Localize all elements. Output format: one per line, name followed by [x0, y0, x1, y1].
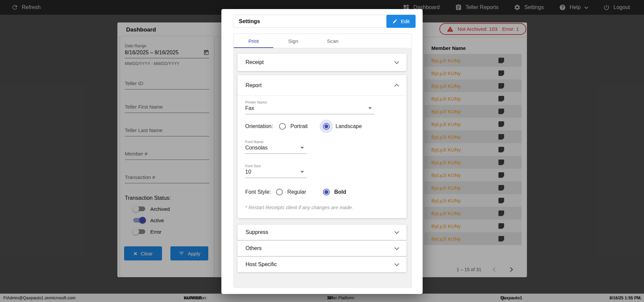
portrait-label: Portrait — [290, 123, 308, 129]
font-size-value: 10 — [245, 169, 251, 175]
edit-button[interactable]: Edit — [386, 15, 416, 28]
settings-dialog: Settings Edit Print Sign Scan Receipt — [221, 9, 423, 294]
chevron-down-icon — [394, 245, 399, 250]
font-style-label: Font Style: — [245, 189, 271, 195]
accordion-list: Receipt Report Printer Name Fax — [234, 48, 412, 272]
chevron-up-icon — [394, 84, 399, 88]
dialog-title: Settings — [233, 18, 260, 24]
dropdown-arrow-icon — [301, 171, 304, 173]
section-others: Others — [237, 241, 407, 256]
printer-name-value: Fax — [245, 105, 254, 111]
dropdown-arrow-icon — [301, 147, 304, 149]
radio-portrait[interactable] — [279, 123, 286, 130]
font-size-label: Font Size — [245, 164, 307, 168]
report-body: Printer Name Fax Orientation: Portrait — [237, 96, 407, 218]
chevron-down-icon — [394, 229, 399, 234]
font-name-select[interactable]: Font Name Consolas — [245, 140, 307, 154]
font-name-label: Font Name — [245, 140, 307, 144]
printer-name-select[interactable]: Printer Name Fax — [245, 100, 374, 114]
receipt-header[interactable]: Receipt — [237, 54, 407, 71]
chevron-down-icon — [394, 261, 399, 266]
tab-print[interactable]: Print — [234, 34, 273, 48]
radio-landscape[interactable] — [323, 123, 330, 130]
orientation-label: Orientation: — [245, 123, 273, 129]
font-size-select[interactable]: Font Size 10 — [245, 164, 307, 178]
font-style-row: Font Style: Regular Bold — [245, 189, 399, 195]
others-label: Others — [246, 245, 262, 251]
receipt-label: Receipt — [246, 59, 264, 65]
regular-label: Regular — [287, 189, 306, 195]
others-header[interactable]: Others — [237, 241, 407, 256]
restart-note: * Restart Receipts client if any changes… — [245, 205, 399, 210]
landscape-label: Landscape — [335, 123, 362, 129]
report-header[interactable]: Report — [237, 75, 407, 96]
edit-label: Edit — [401, 18, 410, 24]
bold-label: Bold — [334, 189, 346, 195]
suppress-label: Suppress — [246, 229, 268, 235]
radio-regular[interactable] — [276, 189, 283, 195]
orientation-row: Orientation: Portrait Landscape — [245, 123, 399, 130]
font-name-value: Consolas — [245, 145, 268, 151]
settings-tab-group: Print Sign Scan Receipt Report — [233, 34, 412, 288]
tab-strip: Print Sign Scan — [234, 34, 412, 48]
radio-bold[interactable] — [323, 189, 330, 195]
section-receipt: Receipt — [237, 54, 407, 71]
app-root: Refresh Dashboard Teller Reports Setting… — [0, 0, 644, 302]
report-label: Report — [246, 82, 262, 88]
section-suppress: Suppress — [237, 225, 407, 240]
tab-sign[interactable]: Sign — [273, 34, 313, 48]
dialog-header: Settings Edit — [233, 15, 416, 28]
chevron-down-icon — [394, 59, 399, 64]
host-specific-label: Host Specific — [246, 261, 277, 267]
section-host-specific: Host Specific — [237, 257, 407, 272]
dropdown-arrow-icon — [368, 107, 372, 109]
printer-name-label: Printer Name — [245, 100, 374, 104]
section-report: Report Printer Name Fax Orientatio — [237, 75, 407, 218]
suppress-header[interactable]: Suppress — [237, 225, 407, 240]
tab-scan[interactable]: Scan — [313, 34, 353, 48]
pencil-icon — [392, 19, 397, 24]
host-specific-header[interactable]: Host Specific — [237, 257, 407, 272]
